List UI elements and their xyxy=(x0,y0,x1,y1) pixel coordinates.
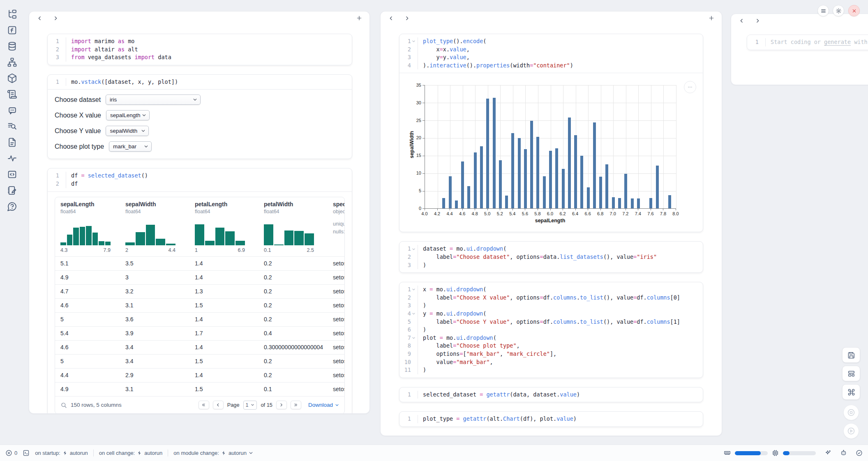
settings-button[interactable] xyxy=(833,5,844,16)
fold-icon[interactable] xyxy=(411,336,416,340)
code-editor[interactable]: 1mo.vstack([dataset, x, y, plot]) xyxy=(48,75,352,90)
code-editor[interactable]: 1234plot_type().encode( x=x.value, y=y.v… xyxy=(399,34,703,73)
sidebar-item-notepad[interactable] xyxy=(7,185,17,196)
terminal-button[interactable] xyxy=(23,449,30,456)
bar xyxy=(580,156,583,209)
fold-icon[interactable] xyxy=(411,288,416,292)
runtime-config-3[interactable]: on module change:autorun xyxy=(173,450,253,456)
notebook-menu-button[interactable] xyxy=(817,5,829,16)
sidebar-item-scroll[interactable] xyxy=(7,89,17,99)
generate-link[interactable]: generate xyxy=(824,39,851,45)
sidebar-item-function[interactable] xyxy=(7,25,17,35)
prev-page-button[interactable] xyxy=(213,401,224,409)
choose-x-value-select[interactable]: sepalLength xyxy=(106,110,150,120)
chatbot-button[interactable] xyxy=(840,449,847,456)
sidebar-item-code-box[interactable] xyxy=(7,169,17,180)
altair-bar-chart[interactable]: 4.04.24.44.64.85.05.25.45.65.86.06.26.46… xyxy=(399,73,703,232)
column-move-left-button[interactable] xyxy=(386,14,395,23)
sidebar-item-search-lines[interactable] xyxy=(7,121,17,131)
status-bar: 0 on startup:autorunon cell change:autor… xyxy=(0,445,868,461)
sidebar-item-help-circle[interactable] xyxy=(7,201,17,212)
marimo-app: 123import marimo as moimport altair as a… xyxy=(0,0,868,461)
sidebar-item-database[interactable] xyxy=(7,41,17,51)
page-select[interactable]: 1 xyxy=(243,401,257,410)
axis-tick xyxy=(422,156,425,156)
config-value: autorun xyxy=(144,450,162,456)
code-editor[interactable]: 1selected_dataset = getattr(data, datase… xyxy=(399,387,703,402)
layout-toggle-button[interactable] xyxy=(842,366,860,381)
runtime-config-1[interactable]: on startup:autorun xyxy=(35,450,88,456)
sidebar-item-bot[interactable] xyxy=(7,105,17,115)
column-sort-button[interactable]: sepalLength xyxy=(60,201,120,207)
choose-dataset-select[interactable]: iris xyxy=(106,95,201,105)
fold-icon[interactable] xyxy=(411,247,416,251)
code-editor[interactable]: 12df = selected_dataset()df xyxy=(48,168,352,191)
dropdown-controls: Choose datasetirisChoose X valuesepalLen… xyxy=(48,90,352,159)
sidebar-item-graph[interactable] xyxy=(7,57,17,67)
code-editor[interactable]: 123import marimo as moimport altair as a… xyxy=(48,34,352,65)
column-move-right-button[interactable] xyxy=(402,14,411,23)
fold-icon[interactable] xyxy=(411,312,416,316)
choose-plot-type-select[interactable]: mark_bar xyxy=(109,141,152,152)
x-tick-label: 7.6 xyxy=(645,211,656,216)
runtime-config-2[interactable]: on cell change:autorun xyxy=(99,450,163,456)
control-row: Choose plot typemark_bar xyxy=(55,141,345,152)
column-move-right-button[interactable] xyxy=(51,14,60,23)
control-row: Choose datasetiris xyxy=(55,95,345,105)
column-move-right-button[interactable] xyxy=(753,16,762,25)
shutdown-button[interactable] xyxy=(848,5,860,16)
bar xyxy=(524,149,527,209)
sidebar-item-pulse[interactable] xyxy=(7,153,17,164)
search-icon[interactable] xyxy=(60,402,67,408)
ai-assistant-button[interactable] xyxy=(824,449,831,456)
column-sort-button[interactable]: speci xyxy=(333,201,345,207)
empty-code-cell[interactable]: 1 Start coding or generate with xyxy=(747,35,868,50)
code-line: plot_type = getattr(alt.Chart(df), plot.… xyxy=(423,415,577,423)
config-label: on module change: xyxy=(173,450,219,456)
table-cell: 3 xyxy=(120,274,189,281)
column-sort-button[interactable]: petalLength xyxy=(195,201,259,207)
last-page-button[interactable] xyxy=(291,401,301,409)
run-all-button[interactable] xyxy=(843,423,859,439)
code-editor[interactable]: 123dataset = mo.ui.dropdown( label="Choo… xyxy=(399,242,703,272)
fold-icon[interactable] xyxy=(411,39,416,44)
line-number: 2 xyxy=(48,180,64,188)
sidebar-item-file-tree[interactable] xyxy=(7,9,17,19)
table-cell: setos xyxy=(328,274,345,281)
save-button[interactable] xyxy=(842,347,860,363)
code-line: x=x.value, xyxy=(423,46,573,54)
choose-y-value-select[interactable]: sepalWidth xyxy=(106,126,149,136)
connection-status-icon[interactable] xyxy=(856,449,863,456)
command-palette-button[interactable] xyxy=(842,384,860,400)
line-number: 2 xyxy=(399,46,416,54)
add-column-button[interactable] xyxy=(355,14,364,23)
code-lines: x = mo.ui.dropdown( label="Choose X valu… xyxy=(418,286,680,374)
code-line: selected_dataset = getattr(data, dataset… xyxy=(423,391,580,399)
table-cell: setos xyxy=(328,260,345,267)
column-move-left-button[interactable] xyxy=(737,16,746,25)
code-editor[interactable]: 1plot_type = getattr(alt.Chart(df), plot… xyxy=(399,412,703,426)
code-editor[interactable]: 1234567891011x = mo.ui.dropdown( label="… xyxy=(399,282,703,378)
stop-kernel-button[interactable] xyxy=(843,405,859,420)
chart-actions-button[interactable] xyxy=(684,81,696,93)
bar xyxy=(656,166,659,209)
column-move-left-button[interactable] xyxy=(35,14,44,23)
error-count-indicator[interactable]: 0 xyxy=(5,449,17,456)
sidebar-item-package[interactable] xyxy=(7,73,17,83)
first-page-button[interactable] xyxy=(199,401,209,409)
bar xyxy=(668,195,671,209)
x-tick-label: 4.4 xyxy=(444,211,455,216)
bar xyxy=(505,196,508,209)
column-sort-button[interactable]: sepalWidth xyxy=(125,201,189,207)
sidebar-item-document[interactable] xyxy=(7,137,17,148)
column-sort-button[interactable]: petalWidth xyxy=(264,201,328,207)
code-line: x = mo.ui.dropdown( xyxy=(423,286,680,294)
download-button[interactable]: Download xyxy=(308,402,339,408)
y-tick-label: 30 xyxy=(411,100,421,105)
table-cell: 5 xyxy=(55,358,120,364)
table-cell: setos xyxy=(328,316,345,323)
add-column-button[interactable] xyxy=(707,14,716,23)
gridline xyxy=(638,85,639,208)
next-page-button[interactable] xyxy=(276,401,287,409)
bar xyxy=(530,121,533,208)
